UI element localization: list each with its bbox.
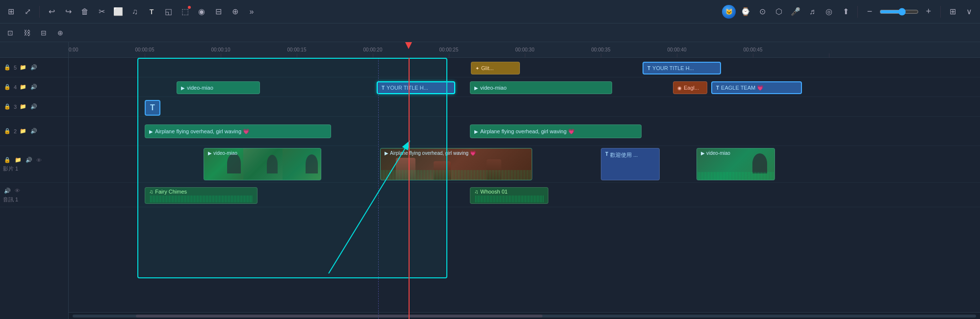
scrollbar-track[interactable] — [73, 315, 976, 318]
clip-title-icon-t3[interactable]: T — [145, 100, 160, 116]
timeline-container: 🔒 5 📁 🔊 🔒 4 📁 🔊 🔒 3 📁 🔊 🔒 2 📁 🔊 — [0, 42, 980, 319]
track2-lock[interactable]: 🔒 — [3, 127, 12, 135]
track1-volume[interactable]: 🔊 — [25, 156, 33, 164]
scrollbar-area[interactable] — [69, 312, 980, 319]
track5-volume[interactable]: 🔊 — [29, 63, 38, 72]
clip-yourtitle-t5[interactable]: T YOUR TITLE H... — [643, 62, 721, 74]
track2-volume[interactable]: 🔊 — [29, 127, 38, 135]
clip-glit[interactable]: ✦ Glit... — [471, 62, 520, 74]
track-label-audio1: 🔊 👁 音訊 1 — [0, 183, 68, 207]
clip-videomiao-t4-right[interactable]: ▶ video-miao — [470, 81, 612, 94]
clip-welcome-label: 歡迎使用 ... — [610, 151, 638, 159]
track4-lock[interactable]: 🔒 — [3, 83, 12, 91]
zoom-in-icon[interactable]: + — [922, 5, 935, 19]
zoom-out-icon[interactable]: − — [863, 5, 877, 19]
undo-icon[interactable]: ↩ — [45, 5, 58, 19]
shape-icon[interactable]: ◱ — [161, 5, 175, 19]
clip-videomiao-t4-left-label: video-miao — [187, 85, 213, 91]
track-label-3: 🔒 3 📁 🔊 — [0, 97, 68, 117]
audio1-volume[interactable]: 🔊 — [3, 187, 12, 195]
clip-airplane-t2-left[interactable]: ▶ Airplane flying overhead, girl waving … — [145, 124, 331, 138]
track2-num: 2 — [14, 128, 17, 134]
ruler-time-1: 00:00:05 — [135, 47, 155, 52]
ruler-time-5: 00:00:25 — [439, 47, 459, 52]
add-media-icon[interactable]: ⊡ — [4, 26, 17, 39]
delete-icon[interactable]: 🗑 — [78, 5, 92, 19]
welcome-icon: T — [605, 151, 608, 157]
clip-welcome[interactable]: T 歡迎使用 ... — [601, 148, 660, 180]
whoosh-label: Whoosh 01 — [480, 189, 508, 195]
crop-icon[interactable]: ⬜ — [111, 5, 125, 19]
clip-glit-label: Glit... — [481, 65, 494, 71]
track3-folder[interactable]: 📁 — [19, 102, 27, 111]
music-list-icon[interactable]: ♬ — [805, 5, 819, 19]
track2-folder[interactable]: 📁 — [19, 127, 27, 135]
track5-folder[interactable]: 📁 — [19, 63, 27, 72]
clip-fairy-chimes[interactable]: ♫ Fairy Chimes — [145, 187, 258, 204]
track1-lock[interactable]: 🔒 — [3, 156, 12, 164]
track3-lock[interactable]: 🔒 — [3, 102, 12, 111]
clip-airplane-t2-left-label: Airplane flying overhead, girl waving 💗 — [155, 128, 250, 135]
play-circle-icon[interactable]: ⊙ — [755, 5, 769, 19]
redo-icon[interactable]: ↪ — [61, 5, 75, 19]
transition-icon[interactable]: ⬚ — [178, 5, 192, 19]
track-label-4: 🔒 4 📁 🔊 — [0, 77, 68, 97]
link-icon[interactable]: ⛓ — [21, 26, 33, 39]
track3-volume[interactable]: 🔊 — [29, 102, 38, 111]
shield-icon[interactable]: ⬡ — [772, 5, 786, 19]
clip-eagl-label: Eagl... — [684, 85, 699, 91]
video-airplane-icon: ▶ — [149, 129, 153, 134]
divider2 — [857, 6, 858, 18]
zoom-slider[interactable] — [879, 8, 919, 16]
track1-eye[interactable]: 👁 — [35, 156, 43, 164]
track3-num: 3 — [14, 104, 17, 110]
scrollbar-thumb[interactable] — [136, 315, 542, 318]
ruler[interactable]: 00:00:00 00:00:05 00:00:10 00:00:15 00:0… — [69, 42, 980, 58]
clip-whoosh[interactable]: ♫ Whoosh 01 — [470, 187, 548, 204]
mic-icon[interactable]: 🎤 — [789, 5, 802, 19]
clip-eagle-team[interactable]: T EAGLE TEAM 💗 — [711, 81, 802, 94]
ruler-time-3: 00:00:15 — [287, 47, 307, 52]
text-icon[interactable]: T — [145, 5, 158, 19]
track-label-1: 🔒 📁 🔊 👁 影片 1 — [0, 146, 68, 183]
clip-videomiao-t4-left[interactable]: ▶ video-miao — [177, 81, 260, 94]
avatar[interactable]: 🐱 — [722, 5, 736, 19]
magnet-icon[interactable]: ⊕ — [54, 26, 67, 39]
audio1-eye[interactable]: 👁 — [14, 187, 21, 195]
track2-row: ▶ Airplane flying overhead, girl waving … — [69, 117, 980, 146]
chevron-down-icon[interactable]: ∨ — [962, 5, 976, 19]
clip-airplane-t2-right[interactable]: ▶ Airplane flying overhead, girl waving … — [470, 124, 642, 138]
connect-icon[interactable]: ⤢ — [21, 5, 34, 19]
track4-folder[interactable]: 📁 — [19, 83, 27, 91]
track4-volume[interactable]: 🔊 — [29, 83, 38, 91]
track-label-5: 🔒 5 📁 🔊 — [0, 58, 68, 77]
clip-videomiao-t1-right[interactable]: ▶video-miao — [696, 148, 775, 180]
translate-icon[interactable]: ⊕ — [228, 5, 242, 19]
track1-folder[interactable]: 📁 — [14, 156, 23, 164]
track4-row: ▶ video-miao T YOUR TITLE H... ▶ video-m… — [69, 77, 980, 97]
subtitle-icon[interactable]: ⊟ — [211, 5, 225, 19]
ruler-time-0: 00:00:00 — [69, 47, 78, 52]
divider1 — [39, 6, 40, 18]
clip-yourtitle-t4[interactable]: T YOUR TITLE H... — [377, 81, 455, 94]
clip-airplane-t1[interactable]: ▶Airplane flying overhead, girl waving 💗 — [380, 148, 532, 180]
track5-lock[interactable]: 🔒 — [3, 63, 12, 72]
effect-icon[interactable]: ◉ — [195, 5, 208, 19]
watch-icon[interactable]: ⌚ — [739, 5, 752, 19]
more-icon[interactable]: » — [245, 5, 258, 19]
track5-row: ✦ Glit... T YOUR TITLE H... — [69, 58, 980, 77]
secondary-toolbar: ⊡ ⛓ ⊟ ⊕ — [0, 24, 980, 42]
clip-eagl[interactable]: ◉ Eagl... — [673, 81, 707, 94]
effect2-icon: ◉ — [677, 85, 682, 91]
music-icon[interactable]: ♫ — [128, 5, 142, 19]
voiceover-icon[interactable]: ◎ — [822, 5, 836, 19]
clip-eagle-team-label: EAGLE TEAM 💗 — [721, 85, 764, 91]
grid-icon[interactable]: ⊞ — [946, 5, 959, 19]
eagle-title-icon: T — [716, 85, 719, 91]
export-icon[interactable]: ⬆ — [839, 5, 852, 19]
trim-icon[interactable]: ⊟ — [37, 26, 50, 39]
clip-yourtitle-t5-label: YOUR TITLE H... — [652, 65, 694, 71]
cut-icon[interactable]: ✂ — [95, 5, 108, 19]
clip-videomiao-t1[interactable]: ▶video-miao — [204, 148, 321, 180]
apps-icon[interactable]: ⊞ — [4, 5, 18, 19]
